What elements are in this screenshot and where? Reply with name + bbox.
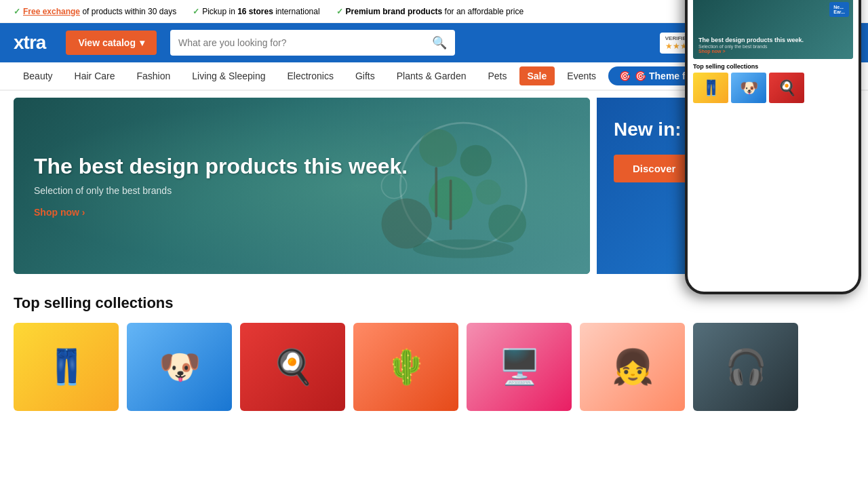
search-icon: 🔍 [432, 36, 447, 50]
svg-rect-6 [449, 180, 452, 230]
theme-icon: 🎯 [619, 71, 631, 81]
top-bar-item-exchange: ✓ Free exchange of products within 30 da… [14, 7, 176, 16]
check-icon-2: ✓ [193, 7, 199, 16]
hero-main-banner[interactable]: The best design products this week. Sele… [14, 98, 590, 274]
mobile-hero-link: Shop now > [698, 49, 804, 54]
collection-item-pets[interactable]: 🐶 [127, 323, 232, 411]
svg-point-4 [475, 180, 500, 205]
check-icon-3: ✓ [336, 7, 343, 16]
discover-button[interactable]: Discover [614, 155, 694, 182]
mobile-section-title: Top selling collections [688, 63, 859, 73]
nav-item-haircare[interactable]: Hair Care [65, 62, 125, 90]
catalog-button[interactable]: View catalog ▾ [66, 31, 157, 55]
mobile-hero-banner: The best design products this week. Sele… [693, 0, 853, 59]
nav-item-sale[interactable]: Sale [519, 66, 555, 85]
hero-main-title: The best design products this week. [34, 154, 408, 179]
mobile-phone-mockup: ✓ Pickup in 16 stores international ☰ xt… [685, 0, 861, 294]
collections-title: Top selling collections [14, 294, 854, 312]
collections-section: Top selling collections 👖 🐶 🍳 🌵 🖥️ 👧 🎧 [0, 281, 868, 425]
plant-image: 🌵 [353, 323, 458, 411]
mobile-hero-title: The best design products this week. [698, 37, 804, 44]
top-bar-item-premium: ✓ Premium brand products for an affordab… [336, 7, 524, 16]
dog-image: 🐶 [127, 323, 232, 411]
hero-section: The best design products this week. Sele… [0, 91, 868, 281]
nav-item-fashion[interactable]: Fashion [127, 62, 180, 90]
search-button[interactable]: 🔍 [432, 35, 447, 50]
svg-rect-5 [435, 167, 437, 217]
top-bar-item-pickup: ✓ Pickup in 16 stores international [193, 7, 319, 16]
nav-item-gifts[interactable]: Gifts [346, 62, 384, 90]
electronics-image: 🎧 [693, 323, 798, 411]
svg-point-8 [488, 205, 526, 243]
collection-grid: 👖 🐶 🍳 🌵 🖥️ 👧 🎧 [14, 323, 854, 411]
mobile-collection-grid: 👖 🐶 🍳 [688, 73, 859, 103]
pants-image: 👖 [14, 323, 119, 411]
desk-image: 🖥️ [467, 323, 572, 411]
collection-item-electronics[interactable]: 🎧 [693, 323, 798, 411]
chevron-down-icon: ▾ [140, 37, 144, 48]
collection-item-desk[interactable]: 🖥️ [467, 323, 572, 411]
nav-item-living[interactable]: Living & Sleeping [182, 62, 275, 90]
mobile-collection-3: 🍳 [769, 73, 804, 103]
mobile-new-badge: Ne...Ear... [829, 2, 849, 17]
nav-item-beauty[interactable]: Beauty [14, 62, 62, 90]
top-bar-left: ✓ Free exchange of products within 30 da… [14, 7, 524, 16]
hero-main-subtitle: Selection of only the best brands [34, 185, 408, 196]
mobile-hero-subtitle: Selection of only the best brands [698, 44, 804, 49]
collection-item-cooking[interactable]: 🍳 [240, 323, 345, 411]
collection-item-fashion[interactable]: 👧 [580, 323, 685, 411]
nav-item-events[interactable]: Events [557, 62, 606, 90]
logo[interactable]: xtra [14, 32, 45, 54]
hero-shop-now-link[interactable]: Shop now [34, 207, 85, 218]
svg-point-10 [412, 239, 513, 258]
cooker-image: 🍳 [240, 323, 345, 411]
fashion-image: 👧 [580, 323, 685, 411]
hero-main-text: The best design products this week. Sele… [14, 134, 428, 239]
mobile-collection-1: 👖 [693, 73, 728, 103]
mobile-collection-2: 🐶 [731, 73, 766, 103]
search-bar: 🔍 [170, 30, 455, 56]
exchange-link[interactable]: Free exchange [23, 7, 80, 16]
collection-item-plants[interactable]: 🌵 [353, 323, 458, 411]
check-icon: ✓ [14, 7, 20, 16]
nav-item-plants[interactable]: Plants & Garden [387, 62, 476, 90]
nav-item-electronics[interactable]: Electronics [278, 62, 343, 90]
hero-side-banner[interactable]: New in: Earbuds Discover ✓ Pickup in 16 … [597, 98, 854, 274]
nav-item-pets[interactable]: Pets [478, 62, 516, 90]
svg-point-2 [460, 145, 491, 176]
collection-item-pants[interactable]: 👖 [14, 323, 119, 411]
search-input[interactable] [178, 37, 427, 48]
catalog-label: View catalog [78, 37, 136, 48]
